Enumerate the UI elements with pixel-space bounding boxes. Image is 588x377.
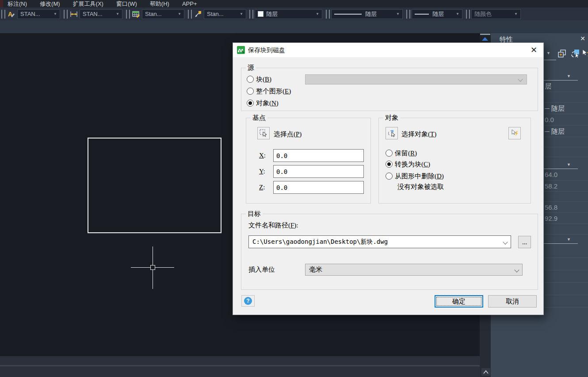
menu-item-help[interactable]: 帮助(H) xyxy=(150,0,169,8)
chevron-down-icon xyxy=(514,267,519,272)
radio-icon[interactable] xyxy=(386,173,393,180)
y-label: Y: xyxy=(259,168,265,175)
help-button[interactable]: ? xyxy=(241,295,255,307)
help-icon: ? xyxy=(244,297,252,305)
color-combo[interactable]: 随层▼ xyxy=(255,9,322,19)
command-area-edge xyxy=(0,356,480,377)
toolbar-grip[interactable] xyxy=(466,10,470,19)
app-block-icon xyxy=(237,46,245,54)
quick-select-button[interactable] xyxy=(508,127,521,139)
pickadd-toggle-button[interactable] xyxy=(556,48,567,59)
mleader-style-icon xyxy=(194,10,202,19)
toolbar-grip[interactable] xyxy=(188,10,192,19)
base-point-group: 基点 选择点(P) X: 0.0 Y: 0.0 Z: 0.0 xyxy=(246,118,371,204)
ok-button[interactable]: 确定 xyxy=(435,295,483,308)
menu-item-dimension[interactable]: 标注(N) xyxy=(8,0,27,8)
select-objects-button[interactable] xyxy=(569,48,580,59)
plotstyle-combo[interactable]: 随颜色▼ xyxy=(471,9,521,19)
radio-icon[interactable] xyxy=(386,150,393,157)
pickadd-icon xyxy=(557,49,567,58)
dim-style-combo[interactable]: STAN...▼ xyxy=(80,9,122,19)
radio-entire-drawing[interactable]: 整个图形(E) xyxy=(247,86,291,96)
radio-icon[interactable] xyxy=(247,88,254,95)
chevron-down-icon: ▼ xyxy=(175,12,181,16)
objects-group-legend: 对象 xyxy=(383,114,400,122)
target-group-legend: 目标 xyxy=(246,210,263,218)
selection-status-text: 没有对象被选取 xyxy=(397,183,444,191)
chevron-down-icon: ▼ xyxy=(567,237,571,242)
menu-accent-strip xyxy=(0,0,3,8)
text-style-combo[interactable]: STAN...▼ xyxy=(17,9,60,19)
close-icon[interactable]: ✕ xyxy=(531,45,537,55)
chevron-down-icon xyxy=(518,77,523,81)
file-path-combo[interactable]: C:\Users\gaodongjian\Desktop\新块.dwg xyxy=(248,235,511,248)
quick-select-icon xyxy=(511,129,519,137)
wblock-dialog: 保存块到磁盘 ✕ 源 块(B) 整个图形(E) 对象(N) 基点 选择点 xyxy=(233,42,544,315)
insert-units-label: 插入单位 xyxy=(248,265,275,274)
select-objects-button[interactable] xyxy=(386,127,398,139)
mleader-style-combo[interactable]: Stan...▼ xyxy=(204,9,246,19)
dialog-title-bar[interactable]: 保存块到磁盘 ✕ xyxy=(233,43,543,57)
toolbar-grip[interactable] xyxy=(1,10,5,19)
x-label: X: xyxy=(259,152,266,159)
pick-point-label: 选择点(P) xyxy=(274,130,302,138)
linetype-sample xyxy=(334,14,362,15)
cancel-button[interactable]: 取消 xyxy=(488,295,537,308)
menu-item-express-tools[interactable]: 扩展工具(X) xyxy=(73,0,103,8)
radio-convert-to-block[interactable]: 转换为块(C) xyxy=(386,159,430,169)
drawn-rectangle[interactable] xyxy=(88,138,221,233)
browse-button[interactable]: ... xyxy=(518,236,531,248)
pick-point-button[interactable] xyxy=(257,127,270,139)
radio-block[interactable]: 块(B) xyxy=(247,74,271,84)
chevron-down-icon: ▼ xyxy=(393,12,400,16)
chevron-down-icon: ▼ xyxy=(567,74,571,78)
toolbar-grip[interactable] xyxy=(406,10,410,19)
base-point-legend: 基点 xyxy=(251,114,267,122)
source-group-legend: 源 xyxy=(246,64,256,72)
toolbar-grip[interactable] xyxy=(64,10,68,19)
chevron-down-icon: ▼ xyxy=(113,12,119,16)
close-icon[interactable]: ✕ xyxy=(580,35,585,42)
toolbar-grip[interactable] xyxy=(326,10,330,19)
dialog-title: 保存块到磁盘 xyxy=(248,46,285,54)
radio-checked-icon[interactable] xyxy=(386,161,393,168)
chevron-up-icon xyxy=(483,370,489,374)
z-label: Z: xyxy=(259,184,265,191)
chevron-down-icon: ▼ xyxy=(512,12,518,16)
file-path-label: 文件名和路径(F): xyxy=(248,221,298,230)
radio-objects[interactable]: 对象(N) xyxy=(247,98,279,108)
menu-item-app-plus[interactable]: APP+ xyxy=(182,0,197,8)
radio-retain[interactable]: 保留(R) xyxy=(386,148,417,158)
command-area-divider xyxy=(0,365,480,366)
arrow-up-icon xyxy=(482,37,488,41)
object-type-combo-arrow[interactable]: ▼ xyxy=(546,51,550,55)
crosshair-pickbox xyxy=(150,265,155,270)
lineweight-combo[interactable]: 随层▼ xyxy=(412,9,462,19)
radio-checked-icon[interactable] xyxy=(247,100,254,107)
chevron-down-icon: ▼ xyxy=(567,162,571,167)
chevron-down-icon: ▼ xyxy=(313,12,319,16)
radio-icon[interactable] xyxy=(247,76,254,83)
color-swatch xyxy=(258,11,263,17)
insert-units-combo[interactable]: 毫米 xyxy=(305,264,523,276)
y-input[interactable]: 0.0 xyxy=(273,165,364,178)
table-style-combo[interactable]: Stan...▼ xyxy=(142,9,184,19)
panel-collapse-button[interactable] xyxy=(481,368,490,376)
menu-item-window[interactable]: 窗口(W) xyxy=(116,0,137,8)
styles-properties-toolbar: A STAN...▼ STAN...▼ Stan...▼ Stan...▼ 随层… xyxy=(0,8,588,21)
chevron-down-icon xyxy=(503,239,508,244)
radio-delete-from-drawing[interactable]: 从图形中删除(D) xyxy=(386,171,444,181)
toolbar-grip[interactable] xyxy=(126,10,130,19)
scrollbar-grip-bar xyxy=(480,34,490,35)
dim-style-icon xyxy=(69,10,78,19)
select-objects-label: 选择对象(T) xyxy=(401,130,436,138)
scrollbar-up-button[interactable] xyxy=(480,33,491,43)
menu-item-modify[interactable]: 修改(M) xyxy=(40,0,60,8)
toolbar-grip[interactable] xyxy=(249,10,253,19)
z-input[interactable]: 0.0 xyxy=(273,181,364,194)
quick-select-button[interactable] xyxy=(581,48,588,59)
block-name-combo xyxy=(305,74,527,85)
x-input[interactable]: 0.0 xyxy=(273,149,364,162)
linetype-combo[interactable]: 随层▼ xyxy=(331,9,403,19)
objects-group: 对象 选择对象(T) 保留(R) 转换为块(C) 从图形中删除(D) xyxy=(378,118,531,204)
